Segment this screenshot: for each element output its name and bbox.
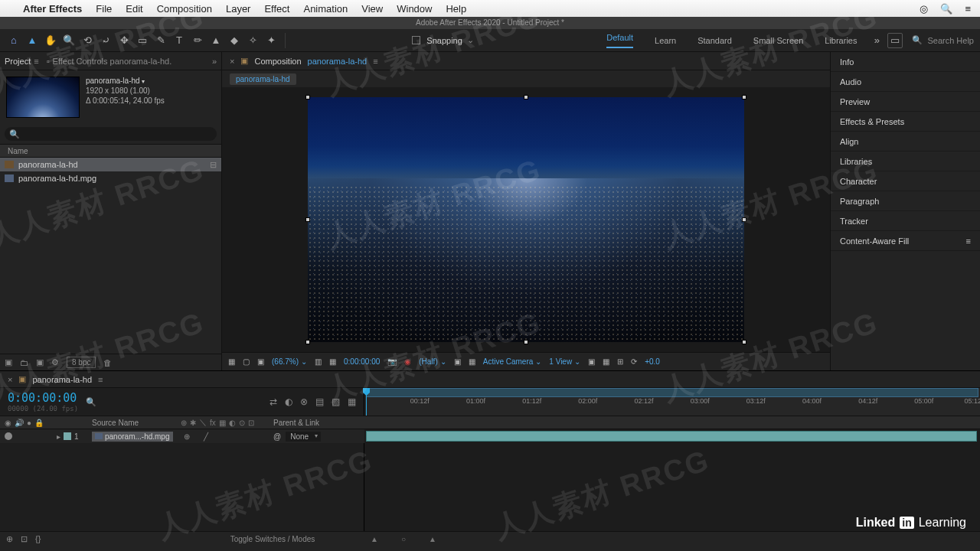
timeline-timecode[interactable]: 0:00:00:00 [8, 391, 78, 405]
exposure[interactable]: +0.0 [645, 357, 660, 366]
close-tab-icon[interactable]: × [8, 375, 12, 384]
project-row-footage[interactable]: panorama-la-hd.mpg [0, 171, 221, 185]
menu-layer[interactable]: Layer [226, 3, 251, 15]
tl-footer-icon2[interactable]: ⊡ [21, 534, 28, 544]
search-help[interactable]: 🔍 Search Help [912, 35, 974, 45]
pickwhip-icon[interactable]: @ [273, 432, 281, 441]
motion-blur-icon[interactable]: ⊗ [300, 396, 308, 407]
workspace-default[interactable]: Default [606, 33, 633, 48]
workspace-small-screen[interactable]: Small Screen [753, 36, 803, 45]
clip-bar[interactable] [366, 431, 977, 442]
eraser-tool-icon[interactable]: ◆ [227, 33, 242, 48]
workspace-overflow-icon[interactable]: » [869, 33, 884, 48]
panel-character[interactable]: Character [831, 171, 980, 191]
hand-tool-icon[interactable]: ✋ [43, 33, 58, 48]
video-frame[interactable] [308, 97, 744, 342]
workspace-learn[interactable]: Learn [655, 36, 676, 45]
zoom-tool-icon[interactable]: 🔍 [61, 33, 77, 48]
new-comp-icon[interactable]: ▣ [36, 357, 44, 367]
transform-handle[interactable] [524, 95, 528, 99]
panel-libraries[interactable]: Libraries [831, 152, 980, 171]
menu-window[interactable]: Window [397, 3, 432, 15]
playhead[interactable] [366, 388, 367, 416]
brush-tool-icon[interactable]: ✏ [190, 33, 205, 48]
anchor-tool-icon[interactable]: ✥ [116, 33, 132, 48]
reset-workspace-icon[interactable]: ▭ [887, 33, 903, 48]
settings-icon[interactable]: ⚙ [51, 357, 59, 367]
mask-icon[interactable]: ▣ [257, 357, 264, 366]
app-name[interactable]: After Effects [23, 3, 82, 15]
menu-help[interactable]: Help [446, 3, 466, 15]
workspace-libraries[interactable]: Libraries [825, 36, 857, 45]
puppet-tool-icon[interactable]: ✦ [263, 33, 279, 48]
transform-handle[interactable] [305, 95, 310, 99]
project-row-comp[interactable]: panorama-la-hd ⊟ [0, 158, 221, 171]
roto-tool-icon[interactable]: ✧ [245, 33, 260, 48]
camera-dropdown[interactable]: Active Camera ⌄ [483, 357, 542, 366]
menu-view[interactable]: View [361, 3, 383, 15]
panel-menu-icon[interactable]: ≡ [373, 57, 377, 66]
spotlight-icon[interactable]: 🔍 [940, 3, 952, 15]
layer-color-swatch[interactable] [64, 432, 71, 440]
flowchart-icon[interactable]: ⊟ [210, 160, 217, 170]
col-source-name[interactable]: Source Name [92, 416, 181, 429]
toggle-switches-modes[interactable]: Toggle Switches / Modes [181, 535, 364, 543]
panel-menu-icon[interactable]: ≡ [966, 236, 971, 246]
panel-tracker[interactable]: Tracker [831, 211, 980, 231]
resolution-icon[interactable]: ▥ [315, 357, 322, 366]
timeline-tab[interactable]: panorama-la-hd [32, 375, 92, 384]
panel-paragraph[interactable]: Paragraph [831, 191, 980, 211]
twirl-icon[interactable]: ▸ [57, 432, 60, 441]
zoom-out-icon[interactable]: ▲ [371, 535, 378, 543]
panel-info[interactable]: Info [831, 52, 980, 72]
zoom-dropdown[interactable]: (66.7%) ⌄ [272, 357, 307, 366]
resolution-dropdown[interactable]: (Half) ⌄ [419, 357, 446, 366]
transform-handle[interactable] [305, 217, 310, 222]
snapshot-icon[interactable]: 📷 [387, 357, 397, 366]
roi-icon[interactable]: ▣ [454, 357, 461, 366]
channel-icon[interactable]: ▢ [243, 357, 250, 366]
panel-menu-icon[interactable]: ≡ [98, 375, 103, 384]
menu-edit[interactable]: Edit [126, 3, 142, 15]
project-list[interactable]: panorama-la-hd ⊟ panorama-la-hd.mpg [0, 158, 221, 354]
panel-content-aware-fill[interactable]: Content-Aware Fill≡ [831, 231, 980, 251]
clone-tool-icon[interactable]: ▲ [208, 33, 224, 48]
timeline-ruler[interactable]: 00:12f 01:00f 01:12f 02:00f 02:12f 03:00… [364, 388, 980, 416]
view-opt3-icon[interactable]: ⊞ [617, 357, 623, 366]
draft3d-icon[interactable]: ▧ [332, 396, 340, 407]
switch-none-icon[interactable]: ╱ [204, 432, 208, 441]
workspace-standard[interactable]: Standard [697, 36, 732, 45]
layer-track[interactable] [364, 429, 980, 443]
transform-handle[interactable] [742, 340, 746, 344]
snapping-chevron-icon[interactable]: ⌄ [467, 35, 474, 45]
parent-dropdown[interactable]: None [286, 432, 321, 442]
home-icon[interactable]: ⌂ [6, 33, 21, 48]
menu-animation[interactable]: Animation [303, 3, 348, 15]
zoom-in-icon[interactable]: ▲ [429, 535, 436, 543]
new-folder-icon[interactable]: 🗀 [20, 358, 28, 367]
shy-icon[interactable]: ⇄ [270, 396, 277, 407]
composition-viewer[interactable] [222, 87, 830, 352]
layer-name[interactable]: panoram...-hd.mpg [92, 432, 173, 442]
view-dropdown[interactable]: 1 View ⌄ [549, 357, 580, 366]
alpha-icon[interactable]: ▦ [228, 357, 235, 366]
switch-transform-icon[interactable]: ⊕ [184, 432, 190, 441]
transform-handle[interactable] [742, 217, 746, 222]
panel-preview[interactable]: Preview [831, 92, 980, 112]
fast-preview-icon[interactable]: ⟳ [631, 357, 637, 366]
close-tab-icon[interactable]: × [230, 57, 234, 66]
menu-composition[interactable]: Composition [157, 3, 212, 15]
project-search[interactable]: 🔍 [5, 127, 217, 141]
orbit-tool-icon[interactable]: ⟲ [80, 33, 95, 48]
color-mgmt-icon[interactable]: ◉ [404, 357, 411, 366]
panel-effects-presets[interactable]: Effects & Presets [831, 112, 980, 132]
effect-controls-tab[interactable]: ▫ Effect Controls panorama-la-hd. [47, 57, 172, 66]
type-tool-icon[interactable]: T [172, 33, 187, 48]
selection-tool-icon[interactable]: ▲ [24, 33, 40, 48]
view-opt-icon[interactable]: ▣ [588, 357, 595, 366]
current-time[interactable]: 0:00:00:00 [344, 357, 380, 366]
frame-blend-icon[interactable]: ◐ [285, 396, 292, 407]
timeline-search-icon[interactable]: 🔍 [86, 397, 96, 407]
comp-breadcrumb[interactable]: panorama-la-hd [230, 73, 296, 85]
menu-extras-icon[interactable]: ≡ [965, 3, 971, 15]
